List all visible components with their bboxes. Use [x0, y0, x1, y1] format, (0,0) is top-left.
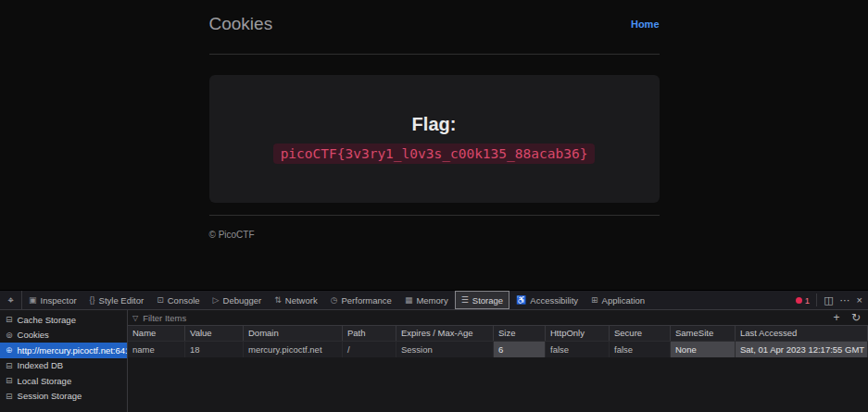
sidebar-item-local-storage[interactable]: ⊟ Local Storage: [0, 373, 127, 389]
error-dot-icon: [796, 297, 802, 304]
cell-expires[interactable]: Session: [396, 342, 494, 357]
col-header-domain[interactable]: Domain: [244, 326, 343, 341]
sidebar-item-indexed-db[interactable]: ⊟ Indexed DB: [0, 358, 127, 374]
sidebar-item-label: Local Storage: [18, 376, 72, 386]
close-icon[interactable]: ×: [857, 294, 862, 306]
style-editor-icon: {}: [90, 295, 95, 305]
home-link[interactable]: Home: [631, 19, 660, 30]
session-storage-icon: ⊟: [6, 392, 13, 401]
tab-label: Debugger: [223, 295, 262, 306]
storage-sidebar: ⊟ Cache Storage ⊚ Cookies ⊕ http://mercu…: [0, 310, 128, 412]
sidebar-item-cache-storage[interactable]: ⊟ Cache Storage: [0, 312, 127, 328]
cookie-row[interactable]: name 18 mercury.picoctf.net / Session 6 …: [128, 342, 868, 357]
tab-label: Network: [285, 295, 318, 306]
cell-size[interactable]: 6: [494, 342, 546, 357]
col-header-last-accessed[interactable]: Last Accessed: [736, 326, 868, 341]
devtools-body: ⊟ Cache Storage ⊚ Cookies ⊕ http://mercu…: [0, 310, 868, 412]
error-count: 1: [805, 295, 810, 306]
cell-domain[interactable]: mercury.picoctf.net: [244, 342, 343, 357]
tab-label: Console: [168, 295, 200, 306]
col-header-expires[interactable]: Expires / Max-Age: [396, 326, 494, 341]
indexed-db-icon: ⊟: [6, 361, 13, 370]
inspector-icon: ▣: [29, 295, 37, 305]
col-header-size[interactable]: Size: [494, 326, 546, 341]
storage-icon: ☰: [461, 295, 469, 305]
footer-text: © PicoCTF: [209, 230, 660, 240]
tab-label: Accessibility: [530, 295, 578, 306]
col-header-path[interactable]: Path: [343, 326, 396, 341]
flag-label: Flag:: [412, 114, 457, 135]
element-picker-icon: ⌖: [7, 294, 13, 306]
tab-label: Storage: [472, 295, 503, 306]
tab-network[interactable]: ⇅ Network: [268, 291, 323, 309]
cell-value[interactable]: 18: [185, 342, 244, 357]
cache-storage-icon: ⊟: [6, 315, 13, 324]
sidebar-item-session-storage[interactable]: ⊟ Session Storage: [0, 389, 127, 405]
flag-value: picoCTF{3v3ry1_l0v3s_c00k135_88acab36}: [273, 144, 596, 164]
local-storage-icon: ⊟: [6, 376, 13, 385]
tab-style-editor[interactable]: {} Style Editor: [83, 291, 151, 309]
memory-icon: ▦: [405, 295, 413, 305]
tab-performance[interactable]: ◷ Performance: [324, 291, 398, 309]
footer-divider: [209, 215, 660, 216]
cell-name[interactable]: name: [128, 342, 185, 357]
header-divider: [209, 54, 660, 55]
cell-httponly[interactable]: false: [546, 342, 610, 357]
add-item-button[interactable]: +: [829, 311, 844, 324]
tab-application[interactable]: ⊞ Application: [585, 291, 651, 309]
sidebar-item-label: Session Storage: [18, 391, 82, 401]
col-header-value[interactable]: Value: [185, 326, 244, 341]
network-icon: ⇅: [274, 295, 282, 305]
element-picker-button[interactable]: ⌖: [0, 291, 22, 309]
col-header-samesite[interactable]: SameSite: [671, 326, 736, 341]
console-icon: ⊡: [157, 295, 164, 305]
devtools-toolbar-right: 1 ◫ ⋯ ×: [790, 291, 868, 309]
filter-items-input[interactable]: [143, 313, 824, 323]
meatball-menu-icon[interactable]: ⋯: [840, 294, 850, 306]
cell-last-accessed[interactable]: Sat, 01 Apr 2023 12:17:55 GMT: [736, 342, 868, 357]
sidebar-item-cookie-host[interactable]: ⊕ http://mercury.picoctf.net:6418: [0, 343, 127, 358]
page-title: Cookies: [209, 14, 273, 34]
application-icon: ⊞: [591, 295, 598, 305]
sidebar-item-label: Indexed DB: [18, 360, 64, 370]
tab-label: Memory: [416, 295, 447, 306]
flag-card: Flag: picoCTF{3v3ry1_l0v3s_c00k135_88aca…: [209, 75, 660, 203]
devtools-panel: ⌖ ▣ Inspector {} Style Editor ⊡ Console …: [0, 290, 868, 412]
tab-accessibility[interactable]: ♿ Accessibility: [509, 291, 585, 309]
accessibility-icon: ♿: [516, 295, 526, 305]
globe-icon: ⊕: [6, 345, 13, 355]
devtools-tabs: ▣ Inspector {} Style Editor ⊡ Console ▷ …: [22, 291, 651, 309]
sidebar-item-cookies[interactable]: ⊚ Cookies: [0, 328, 127, 343]
error-count-badge[interactable]: 1: [796, 295, 810, 306]
tab-label: Inspector: [41, 295, 77, 306]
dock-panel-icon[interactable]: ◫: [824, 294, 833, 306]
performance-icon: ◷: [331, 295, 338, 305]
sidebar-item-label: Cookies: [18, 330, 49, 340]
page-header: Cookies Home: [209, 14, 660, 34]
debugger-icon: ▷: [213, 295, 220, 305]
cookies-icon: ⊚: [6, 331, 13, 340]
col-header-httponly[interactable]: HttpOnly: [546, 326, 610, 341]
cell-samesite[interactable]: None: [671, 342, 736, 357]
tab-label: Style Editor: [99, 295, 145, 306]
tab-inspector[interactable]: ▣ Inspector: [22, 291, 83, 309]
sidebar-item-label: Cache Storage: [18, 315, 76, 325]
tab-storage[interactable]: ☰ Storage: [455, 291, 509, 309]
filter-bar: ▽ + ↻: [128, 310, 868, 326]
sidebar-item-label: http://mercury.picoctf.net:6418: [18, 345, 127, 356]
refresh-items-button[interactable]: ↻: [849, 311, 863, 324]
col-header-name[interactable]: Name: [128, 326, 185, 341]
storage-main-panel: ▽ + ↻ Name Value Domain Path Expires / M…: [128, 310, 868, 412]
tab-label: Performance: [342, 295, 392, 306]
cookies-table-header: Name Value Domain Path Expires / Max-Age…: [128, 326, 868, 342]
col-header-secure[interactable]: Secure: [610, 326, 671, 341]
cell-secure[interactable]: false: [610, 342, 671, 357]
tab-console[interactable]: ⊡ Console: [150, 291, 206, 309]
filter-funnel-icon: ▽: [132, 314, 138, 322]
tab-memory[interactable]: ▦ Memory: [398, 291, 455, 309]
devtools-tab-bar: ⌖ ▣ Inspector {} Style Editor ⊡ Console …: [0, 291, 868, 310]
tab-label: Application: [602, 295, 645, 306]
cell-path[interactable]: /: [343, 342, 396, 357]
browser-page: Cookies Home Flag: picoCTF{3v3ry1_l0v3s_…: [0, 0, 868, 290]
tab-debugger[interactable]: ▷ Debugger: [207, 291, 269, 309]
